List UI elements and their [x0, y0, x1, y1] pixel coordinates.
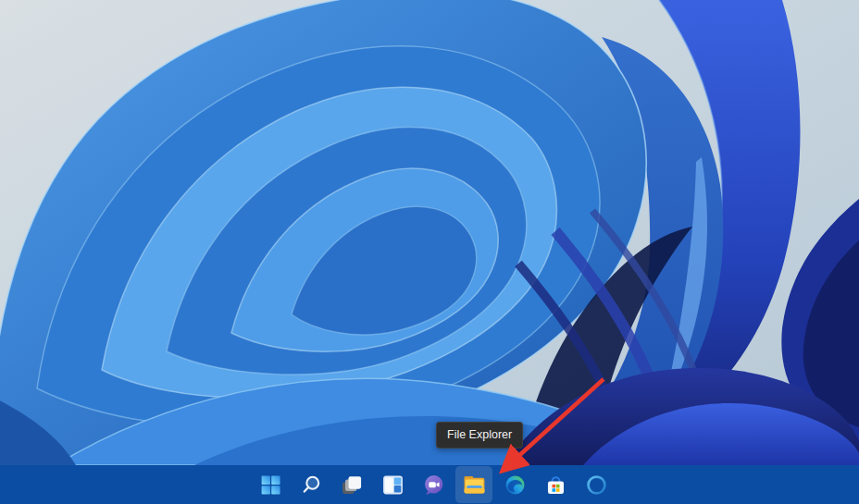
cortana-button[interactable] [578, 466, 615, 503]
folder-icon [463, 473, 486, 497]
desktop-wallpaper [0, 0, 859, 465]
edge-icon [504, 473, 527, 497]
chat-video-icon [422, 473, 445, 497]
taskbar [0, 465, 859, 504]
windows-11-desktop: File Explorer [0, 0, 859, 504]
task-view-button[interactable] [333, 466, 370, 503]
file-explorer-button[interactable] [455, 466, 492, 503]
chat-button[interactable] [415, 466, 452, 503]
search-button[interactable] [293, 466, 330, 503]
ring-icon [585, 473, 608, 497]
widgets-icon [381, 473, 405, 497]
search-icon [300, 473, 323, 497]
taskbar-icon-row [252, 465, 615, 504]
tooltip-file-explorer: File Explorer [436, 422, 523, 449]
widgets-button[interactable] [374, 466, 411, 503]
edge-button[interactable] [496, 466, 533, 503]
store-button[interactable] [537, 466, 574, 503]
store-bag-icon [544, 473, 567, 497]
windows-logo-icon [259, 473, 282, 497]
task-view-icon [341, 473, 364, 497]
start-button[interactable] [252, 466, 289, 503]
